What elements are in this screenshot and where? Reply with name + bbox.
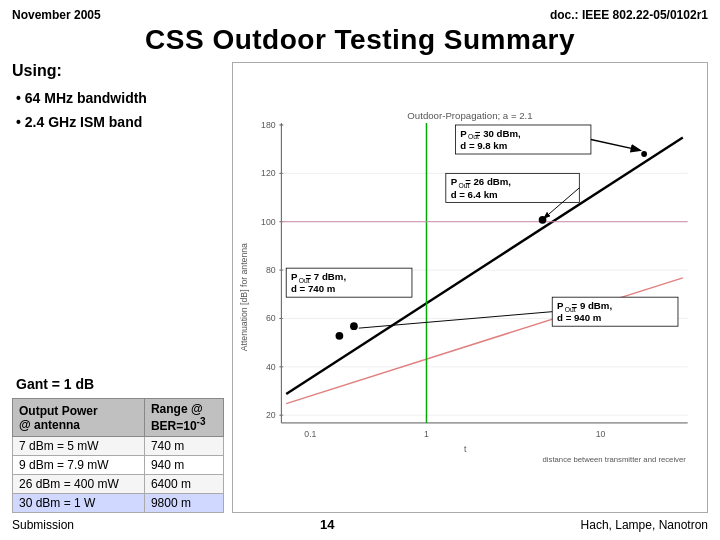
svg-text:40: 40 — [266, 362, 276, 372]
svg-point-52 — [336, 332, 344, 340]
svg-text:180: 180 — [261, 120, 276, 130]
svg-text:P: P — [460, 128, 467, 139]
chart-svg: Outdoor-Propagation; a = 2.1 Attenuation… — [233, 63, 707, 512]
cell-range-2: 940 m — [144, 456, 223, 475]
cell-power-1: 7 dBm = 5 mW — [13, 437, 145, 456]
svg-text:100: 100 — [261, 217, 276, 227]
page-title: CSS Outdoor Testing Summary — [12, 24, 708, 56]
bullet-band: • 2.4 GHz ISM band — [12, 114, 224, 130]
header-doc: doc.: IEEE 802.22-05/0102r1 — [550, 8, 708, 22]
svg-text:d = 740 m: d = 740 m — [291, 283, 335, 294]
svg-text:= 26 dBm,: = 26 dBm, — [465, 176, 511, 187]
main-content: Using: • 64 MHz bandwidth • 2.4 GHz ISM … — [12, 62, 708, 513]
svg-text:P: P — [451, 176, 458, 187]
footer-submission: Submission — [12, 518, 74, 532]
svg-text:= 7 dBm,: = 7 dBm, — [306, 271, 347, 282]
gant-label: Gant = 1 dB — [12, 376, 224, 392]
cell-power-3: 26 dBm = 400 mW — [13, 475, 145, 494]
col-header-power: Output Power@ antenna — [13, 399, 145, 437]
svg-text:P: P — [557, 300, 564, 311]
svg-text:= 9 dBm,: = 9 dBm, — [572, 300, 613, 311]
table-row-highlight: 30 dBm = 1 W 9800 m — [13, 494, 224, 513]
svg-text:0.1: 0.1 — [304, 429, 316, 439]
svg-text:P: P — [291, 271, 298, 282]
footer-row: Submission 14 Hach, Lampe, Nanotron — [12, 517, 708, 532]
svg-text:Outdoor-Propagation; a = 2.1: Outdoor-Propagation; a = 2.1 — [407, 110, 532, 121]
cell-range-1: 740 m — [144, 437, 223, 456]
header-row: November 2005 doc.: IEEE 802.22-05/0102r… — [12, 8, 708, 22]
data-table: Output Power@ antenna Range @BER=10-3 7 … — [12, 398, 224, 513]
using-label: Using: — [12, 62, 224, 80]
left-panel: Using: • 64 MHz bandwidth • 2.4 GHz ISM … — [12, 62, 232, 513]
header-date: November 2005 — [12, 8, 101, 22]
cell-power-2: 9 dBm = 7.9 mW — [13, 456, 145, 475]
svg-text:distance between transmitter a: distance between transmitter and receive… — [543, 455, 687, 464]
cell-range-4: 9800 m — [144, 494, 223, 513]
col-header-range: Range @BER=10-3 — [144, 399, 223, 437]
svg-text:10: 10 — [596, 429, 606, 439]
svg-text:= 30 dBm,: = 30 dBm, — [475, 128, 521, 139]
svg-text:d = 9.8 km: d = 9.8 km — [460, 140, 507, 151]
cell-range-3: 6400 m — [144, 475, 223, 494]
svg-text:20: 20 — [266, 410, 276, 420]
chart-area: Outdoor-Propagation; a = 2.1 Attenuation… — [232, 62, 708, 513]
svg-text:d = 6.4 km: d = 6.4 km — [451, 189, 498, 200]
footer-page-number: 14 — [320, 517, 334, 532]
svg-text:120: 120 — [261, 168, 276, 178]
table-row: 26 dBm = 400 mW 6400 m — [13, 475, 224, 494]
page-container: November 2005 doc.: IEEE 802.22-05/0102r… — [0, 0, 720, 540]
svg-text:80: 80 — [266, 265, 276, 275]
bullet-bandwidth: • 64 MHz bandwidth — [12, 90, 224, 106]
svg-text:Attenuation [dB] for antenna: Attenuation [dB] for antenna — [239, 243, 249, 351]
svg-text:d = 940 m: d = 940 m — [557, 312, 601, 323]
svg-text:1: 1 — [424, 429, 429, 439]
table-row: 7 dBm = 5 mW 740 m — [13, 437, 224, 456]
table-row: 9 dBm = 7.9 mW 940 m — [13, 456, 224, 475]
svg-point-39 — [641, 151, 647, 157]
footer-authors: Hach, Lampe, Nanotron — [581, 518, 708, 532]
cell-power-4: 30 dBm = 1 W — [13, 494, 145, 513]
svg-text:60: 60 — [266, 313, 276, 323]
svg-point-58 — [350, 322, 358, 330]
